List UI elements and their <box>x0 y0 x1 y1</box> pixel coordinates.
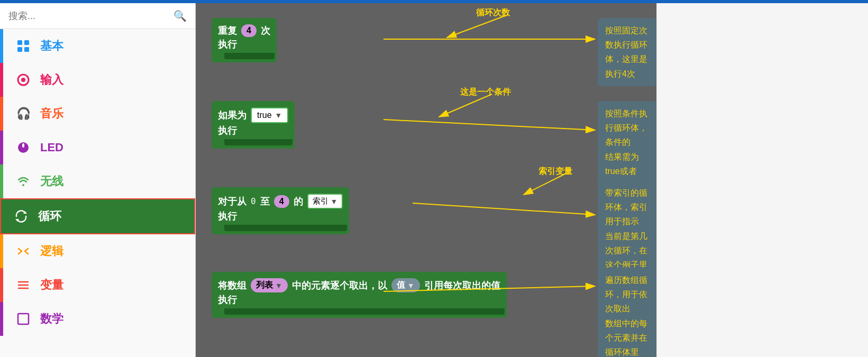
while-condition-dropdown[interactable]: true ▼ <box>251 107 288 123</box>
svg-rect-7 <box>22 143 24 148</box>
foreach-execute-label: 执行 <box>218 294 237 306</box>
sidebar-item-basic[interactable]: 基本 <box>0 29 195 63</box>
annotation-index-label: 索引变量 <box>538 166 572 177</box>
svg-rect-3 <box>24 47 29 52</box>
basic-icon <box>14 36 33 56</box>
sidebar-item-math[interactable]: 数学 <box>0 302 195 336</box>
music-icon: 🎧 <box>14 104 33 123</box>
repeat-value-input[interactable]: 4 <box>241 24 257 37</box>
annotation-condition-label: 这是一个条件 <box>460 87 511 98</box>
annotation-box-repeat: 按照固定次数执行循环体，这里是执行4次 <box>598 18 656 86</box>
svg-rect-14 <box>18 314 29 324</box>
right-panel <box>656 3 868 357</box>
while-prefix-label: 如果为 <box>218 109 246 122</box>
repeat-prefix-label: 重复 <box>218 24 237 37</box>
svg-rect-1 <box>24 40 29 45</box>
foreach-list-arrow: ▼ <box>275 281 282 290</box>
main-container: 🔍 基本 <box>0 3 868 357</box>
search-bar: 🔍 <box>0 3 195 29</box>
svg-rect-0 <box>17 40 22 45</box>
wireless-icon <box>14 172 33 191</box>
sidebar-item-variable[interactable]: 变量 <box>0 268 195 302</box>
for-to-label: 至 <box>260 195 270 208</box>
for-dropdown-arrow: ▼ <box>331 197 338 206</box>
for-to-num: 4 <box>279 197 284 206</box>
foreach-suffix: 引用每次取出的值 <box>424 279 500 292</box>
sidebar-label-input: 输入 <box>40 72 63 88</box>
svg-line-21 <box>413 203 595 215</box>
sidebar-item-wireless[interactable]: 无线 <box>0 164 195 198</box>
sidebar: 🔍 基本 <box>0 3 196 357</box>
sidebar-label-music: 音乐 <box>40 106 63 122</box>
for-index-dropdown[interactable]: 索引 ▼ <box>307 194 343 209</box>
annotation-box-foreach: 遍历数组循环，用于依次取出数组中的每个元素并在循环体里进行操作 <box>598 268 656 357</box>
sidebar-item-music[interactable]: 🎧 音乐 <box>0 97 195 131</box>
svg-rect-8 <box>22 184 24 186</box>
for-execute-label: 执行 <box>218 210 237 223</box>
sidebar-label-loop: 循环 <box>38 208 61 224</box>
sidebar-label-led: LED <box>40 141 63 154</box>
sidebar-item-input[interactable]: 输入 <box>0 63 195 97</box>
sidebar-item-led[interactable]: LED <box>0 131 195 164</box>
while-execute-label: 执行 <box>218 124 237 137</box>
repeat-value: 4 <box>246 26 251 35</box>
foreach-list-label: 列表 <box>256 280 273 291</box>
foreach-list-dropdown[interactable]: 列表 ▼ <box>251 278 288 292</box>
annotation-loop-count-label: 循环次数 <box>476 7 510 19</box>
variable-icon <box>14 276 33 295</box>
led-icon <box>14 138 33 157</box>
sidebar-label-basic: 基本 <box>40 38 63 54</box>
loop-icon <box>12 207 31 226</box>
search-input[interactable] <box>8 11 173 22</box>
for-of-label: 的 <box>294 195 303 208</box>
sidebar-label-math: 数学 <box>40 311 63 327</box>
foreach-value-label: 值 <box>397 280 405 291</box>
sidebar-label-logic: 逻辑 <box>40 243 63 259</box>
content-area: 重复 4 次 执行 如果为 true <box>196 3 656 357</box>
sidebar-item-loop[interactable]: 循环 <box>0 198 195 234</box>
block-while: 如果为 true ▼ 执行 <box>212 101 295 149</box>
for-index-label: 索引 <box>313 196 328 206</box>
sidebar-item-logic[interactable]: 逻辑 <box>0 234 195 268</box>
search-icon[interactable]: 🔍 <box>173 10 187 22</box>
block-repeat: 重复 4 次 执行 <box>212 18 277 62</box>
for-from-val: 0 <box>251 196 256 206</box>
logic-icon <box>14 242 33 261</box>
foreach-value-dropdown[interactable]: 值 ▼ <box>391 278 420 292</box>
repeat-suffix-label: 次 <box>261 24 270 37</box>
svg-point-5 <box>21 78 25 82</box>
sidebar-label-variable: 变量 <box>40 277 63 293</box>
repeat-execute-label: 执行 <box>218 38 237 51</box>
block-foreach: 将数组 列表 ▼ 中的元素逐个取出，以 值 ▼ 引用每次取出的值 执行 <box>212 272 507 318</box>
svg-rect-2 <box>17 47 22 52</box>
svg-line-19 <box>383 120 595 130</box>
math-icon <box>14 309 33 328</box>
while-dropdown-arrow: ▼ <box>275 111 282 120</box>
foreach-value-arrow: ▼ <box>407 281 415 290</box>
sidebar-items: 基本 输入 🎧 音乐 <box>0 29 195 357</box>
foreach-middle: 中的元素逐个取出，以 <box>292 279 387 292</box>
block-for: 对于从 0 至 4 的 索引 ▼ 执行 <box>212 187 349 234</box>
while-condition-value: true <box>257 111 272 120</box>
for-to-value[interactable]: 4 <box>274 195 289 208</box>
for-prefix: 对于从 <box>218 195 246 208</box>
input-icon <box>14 70 33 89</box>
sidebar-label-wireless: 无线 <box>40 173 63 189</box>
foreach-prefix: 将数组 <box>218 279 246 292</box>
